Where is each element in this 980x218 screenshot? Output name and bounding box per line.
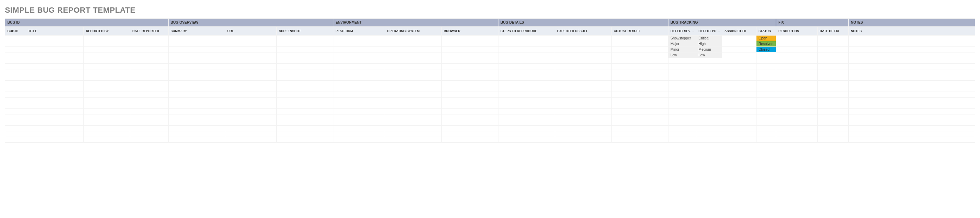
table-cell[interactable] xyxy=(333,86,384,92)
table-cell[interactable] xyxy=(756,120,776,126)
table-cell[interactable] xyxy=(26,131,83,137)
table-cell[interactable] xyxy=(612,86,668,92)
table-cell[interactable] xyxy=(5,75,26,80)
table-cell[interactable] xyxy=(225,64,276,69)
table-cell[interactable] xyxy=(333,131,384,137)
table-cell[interactable] xyxy=(84,103,130,108)
table-cell[interactable] xyxy=(385,115,441,120)
table-cell[interactable] xyxy=(225,47,276,52)
table-cell[interactable] xyxy=(722,131,756,137)
table-cell[interactable] xyxy=(818,64,848,69)
table-cell[interactable] xyxy=(818,92,848,97)
table-cell[interactable] xyxy=(756,69,776,75)
table-cell[interactable] xyxy=(818,131,848,137)
table-cell[interactable] xyxy=(555,69,611,75)
table-cell[interactable] xyxy=(849,126,975,131)
table-cell[interactable] xyxy=(668,109,696,114)
table-cell[interactable] xyxy=(26,47,83,52)
table-cell[interactable] xyxy=(26,115,83,120)
table-cell[interactable] xyxy=(442,109,498,114)
table-cell[interactable] xyxy=(130,81,168,86)
table-cell[interactable] xyxy=(277,81,333,86)
table-cell[interactable] xyxy=(26,64,83,69)
table-cell[interactable] xyxy=(26,41,83,46)
table-cell[interactable] xyxy=(333,47,384,52)
table-cell[interactable] xyxy=(5,81,26,86)
table-cell[interactable] xyxy=(849,103,975,108)
table-cell[interactable] xyxy=(612,126,668,131)
table-cell[interactable] xyxy=(498,81,555,86)
table-cell[interactable] xyxy=(26,75,83,80)
table-cell[interactable] xyxy=(818,41,848,46)
table-cell[interactable] xyxy=(277,97,333,103)
table-cell[interactable] xyxy=(849,47,975,52)
table-cell[interactable] xyxy=(442,75,498,80)
table-cell[interactable] xyxy=(442,53,498,58)
table-cell[interactable] xyxy=(722,120,756,126)
table-cell[interactable] xyxy=(555,75,611,80)
table-cell[interactable] xyxy=(722,75,756,80)
table-cell[interactable] xyxy=(442,41,498,46)
table-cell[interactable] xyxy=(696,126,722,131)
table-cell[interactable] xyxy=(130,103,168,108)
table-cell[interactable] xyxy=(333,120,384,126)
table-cell[interactable] xyxy=(333,53,384,58)
table-cell[interactable] xyxy=(277,75,333,80)
table-cell[interactable] xyxy=(849,92,975,97)
table-cell[interactable] xyxy=(776,109,817,114)
table-cell[interactable] xyxy=(722,97,756,103)
table-cell[interactable] xyxy=(756,137,776,142)
table-cell[interactable] xyxy=(26,97,83,103)
table-cell[interactable] xyxy=(498,64,555,69)
table-cell[interactable] xyxy=(555,115,611,120)
table-cell[interactable] xyxy=(668,131,696,137)
table-cell[interactable] xyxy=(442,47,498,52)
table-cell[interactable] xyxy=(442,120,498,126)
table-cell[interactable] xyxy=(442,131,498,137)
table-cell[interactable] xyxy=(169,58,225,64)
table-cell[interactable] xyxy=(333,35,384,41)
table-cell[interactable] xyxy=(555,131,611,137)
table-cell[interactable] xyxy=(26,126,83,131)
table-cell[interactable] xyxy=(612,137,668,142)
table-cell[interactable] xyxy=(849,75,975,80)
table-cell[interactable] xyxy=(5,92,26,97)
table-cell[interactable] xyxy=(756,58,776,64)
table-cell[interactable] xyxy=(130,64,168,69)
table-cell[interactable] xyxy=(696,97,722,103)
table-cell[interactable] xyxy=(385,131,441,137)
table-cell[interactable] xyxy=(498,97,555,103)
table-cell[interactable] xyxy=(277,47,333,52)
table-cell[interactable] xyxy=(776,97,817,103)
table-cell[interactable] xyxy=(84,35,130,41)
table-cell[interactable] xyxy=(84,86,130,92)
table-cell[interactable] xyxy=(498,41,555,46)
table-cell[interactable] xyxy=(169,35,225,41)
table-cell[interactable] xyxy=(84,69,130,75)
table-cell[interactable] xyxy=(130,58,168,64)
table-cell[interactable] xyxy=(612,58,668,64)
table-cell[interactable] xyxy=(555,92,611,97)
table-cell[interactable] xyxy=(26,81,83,86)
table-cell[interactable] xyxy=(849,86,975,92)
table-cell[interactable] xyxy=(722,58,756,64)
table-cell[interactable] xyxy=(277,64,333,69)
table-cell[interactable] xyxy=(668,86,696,92)
table-cell[interactable] xyxy=(277,126,333,131)
table-cell[interactable] xyxy=(277,35,333,41)
table-cell[interactable] xyxy=(442,103,498,108)
table-cell[interactable] xyxy=(555,109,611,114)
table-cell[interactable]: Low xyxy=(696,53,722,58)
table-cell[interactable] xyxy=(225,137,276,142)
table-cell[interactable] xyxy=(130,35,168,41)
table-cell[interactable] xyxy=(130,137,168,142)
table-cell[interactable] xyxy=(277,53,333,58)
table-cell[interactable] xyxy=(776,64,817,69)
table-cell[interactable] xyxy=(668,137,696,142)
table-cell[interactable] xyxy=(169,126,225,131)
table-cell[interactable] xyxy=(668,120,696,126)
table-cell[interactable] xyxy=(277,120,333,126)
table-cell[interactable] xyxy=(818,81,848,86)
table-cell[interactable] xyxy=(668,58,696,64)
table-cell[interactable] xyxy=(555,86,611,92)
